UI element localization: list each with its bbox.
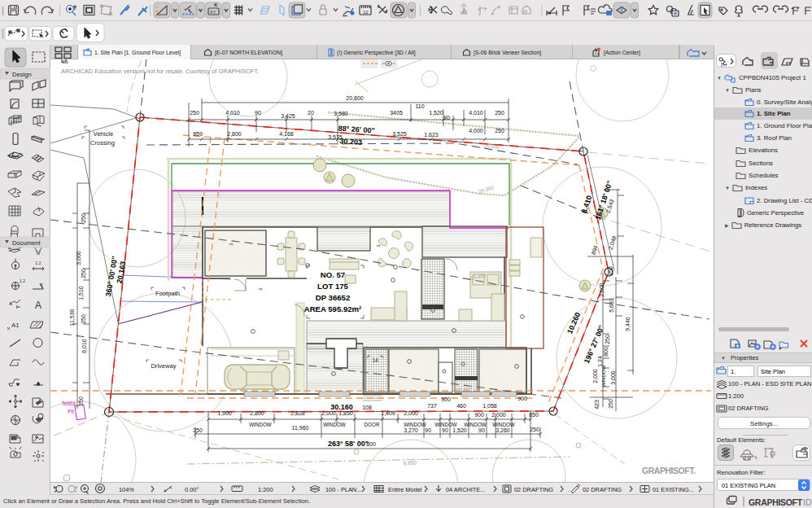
svg-text:250: 250 [193,427,203,433]
svg-text:1,520: 1,520 [452,427,467,433]
svg-text:2,800: 2,800 [227,131,242,137]
svg-text:2,000: 2,000 [599,282,605,297]
svg-text:α: α [40,282,43,287]
svg-text:1.2: 1.2 [35,261,41,265]
svg-text:1,409: 1,409 [381,410,395,416]
svg-text:79.450: 79.450 [456,386,472,392]
svg-text:30.203: 30.203 [339,137,362,147]
svg-text:A1: A1 [11,322,20,329]
svg-text:Footpath: Footpath [155,290,180,297]
svg-text:250: 250 [81,213,86,223]
svg-text:250: 250 [530,427,539,432]
svg-text:737: 737 [427,403,437,409]
svg-text:4,000: 4,000 [469,128,483,134]
svg-text:WINDOW: WINDOW [249,422,272,427]
svg-text:250: 250 [608,399,613,409]
svg-text:WINDOW: WINDOW [323,422,346,427]
svg-text:8.410: 8.410 [580,195,593,215]
svg-text:20: 20 [308,110,314,116]
svg-text:263° 58' 00": 263° 58' 00" [328,440,369,448]
svg-text:6,010: 6,010 [81,339,87,353]
svg-text:108: 108 [362,405,372,410]
svg-text:01 EXISTING...: 01 EXISTING... [653,486,694,493]
svg-text:250: 250 [495,110,504,116]
svg-text:XY: XY [210,10,216,15]
svg-text:250: 250 [190,110,199,116]
svg-text:2,048: 2,048 [608,235,618,251]
svg-text:11,530: 11,530 [69,309,75,326]
svg-text:A: A [35,300,41,311]
svg-text:11,960: 11,960 [292,425,309,431]
svg-text:29.350: 29.350 [478,184,495,194]
svg-text:1,510: 1,510 [78,286,84,300]
svg-text:1,24: 1,24 [597,356,603,367]
svg-text:423: 423 [594,400,600,409]
svg-text:1,520: 1,520 [429,110,443,116]
svg-text:2,000: 2,000 [404,410,418,416]
svg-text:4,168: 4,168 [279,131,294,137]
svg-text:Pit: Pit [68,409,74,414]
svg-text:1,623: 1,623 [424,132,439,138]
svg-text:0.00°: 0.00° [185,486,199,493]
svg-text:WINDOW: WINDOW [492,422,515,427]
svg-text:DP 36652: DP 36652 [316,293,351,302]
svg-text:4,010: 4,010 [469,110,483,116]
svg-text:250: 250 [495,128,504,134]
svg-text:250: 250 [608,266,613,276]
svg-text:900: 900 [441,396,451,402]
svg-text:Driveway: Driveway [151,362,176,370]
svg-text:2,000: 2,000 [321,410,336,416]
svg-text:250: 250 [605,335,610,344]
svg-text:3,260: 3,260 [495,427,510,433]
svg-text:WINDOW: WINDOW [434,422,457,427]
svg-text:4,010: 4,010 [225,110,240,116]
svg-text:8.850: 8.850 [403,459,417,466]
svg-text:1.2: 1.2 [20,278,25,283]
svg-text:Design: Design [12,71,32,78]
svg-text:859: 859 [193,131,203,137]
svg-text:3: 3 [376,244,381,247]
svg-text:WINDOW: WINDOW [404,422,426,427]
svg-text:1,058: 1,058 [482,403,497,409]
svg-text:5,683: 5,683 [609,298,614,313]
svg-text:04 ARCHITE...: 04 ARCHITE... [446,486,485,493]
svg-text:3,525: 3,525 [392,131,407,137]
svg-text:14: 14 [372,357,378,363]
svg-text:104%: 104% [119,486,134,493]
svg-text:3,000: 3,000 [610,370,616,385]
svg-text:DOOR: DOOR [365,422,380,427]
svg-text:3,580: 3,580 [334,111,348,116]
svg-text:850: 850 [529,412,539,418]
svg-text:12: 12 [363,10,369,15]
svg-text:30.160: 30.160 [330,403,353,411]
svg-text:2,000: 2,000 [592,369,598,383]
svg-text:Vehicle: Vehicle [94,130,114,138]
svg-text:20,800: 20,800 [346,95,364,101]
svg-text:3405: 3405 [390,110,403,116]
svg-text:110: 110 [415,103,424,109]
svg-text:Telsta: Telsta [61,401,76,406]
svg-text:02 DRAFTING: 02 DRAFTING [583,486,622,493]
svg-text:GRAPHISOFT: GRAPHISOFT [749,497,803,507]
svg-text:Crossing: Crossing [90,139,115,147]
svg-text:LOT 175: LOT 175 [317,282,349,291]
svg-text:2,800: 2,800 [250,410,264,416]
svg-text:Entire Model: Entire Model [388,486,422,493]
svg-text:2,000: 2,000 [491,412,506,418]
svg-text:800: 800 [603,347,609,357]
svg-text:900: 900 [517,396,527,401]
svg-text:3,000: 3,000 [76,251,81,265]
svg-text:ID: ID [803,497,812,507]
svg-text:90: 90 [425,427,431,433]
svg-text:90: 90 [255,110,261,116]
svg-text:3,270: 3,270 [404,427,418,433]
svg-text:900: 900 [474,412,484,418]
svg-text:894: 894 [590,244,598,255]
svg-text:02 DRAFTING: 02 DRAFTING [514,486,553,493]
svg-text:3,425: 3,425 [281,113,295,119]
svg-text:90: 90 [442,427,448,433]
svg-text:460: 460 [456,403,466,409]
svg-text:Document: Document [12,239,41,247]
svg-text:NO. 57: NO. 57 [321,270,345,279]
svg-text:2: 2 [258,287,263,291]
